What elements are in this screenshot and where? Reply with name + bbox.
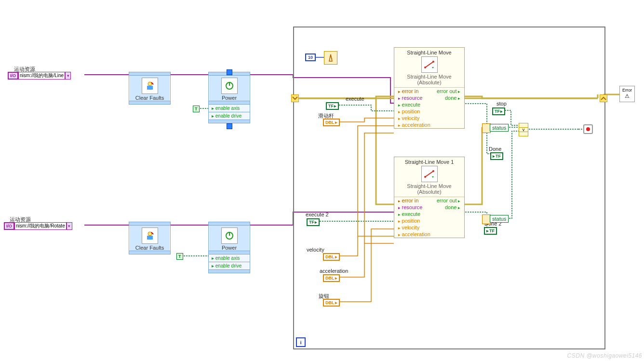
resource1-io-tag: I/O bbox=[8, 72, 18, 80]
power-icon-1 bbox=[221, 78, 238, 94]
power-1-resize-top[interactable] bbox=[227, 69, 232, 75]
resource2-io-tag: I/O bbox=[4, 222, 14, 230]
slm2-mode: Straight-Line Move(Absolute) bbox=[394, 183, 464, 197]
execute2-terminal[interactable]: TF bbox=[307, 218, 320, 226]
watermark-text: CSDN @woshigaowei5146 bbox=[567, 352, 642, 359]
acceleration-terminal[interactable]: DBL bbox=[323, 274, 340, 282]
execute-label: execute bbox=[346, 96, 364, 102]
power-icon-2 bbox=[221, 227, 238, 244]
clear-faults-icon-2 bbox=[142, 227, 158, 244]
resource1-value: nism://我的电脑/Line bbox=[18, 72, 65, 80]
slm2-resource: resource bbox=[398, 204, 422, 210]
svg-line-12 bbox=[425, 171, 433, 177]
status-field-2[interactable]: status bbox=[490, 215, 509, 223]
power-title-1: Power bbox=[209, 95, 250, 101]
slm1-mode: Straight-Line Move(Absolute) bbox=[394, 74, 464, 87]
resource2-value: nism://我的电脑/Rotate bbox=[14, 222, 67, 230]
velocity-label: velocity bbox=[307, 247, 324, 253]
status-field-1[interactable]: status bbox=[490, 124, 509, 132]
slm1-execute: execute bbox=[398, 102, 420, 107]
slm2-title: Straight-Line Move 1 bbox=[394, 159, 464, 165]
slm1-error-out: error out bbox=[437, 88, 460, 94]
slm2-error-in: error in bbox=[398, 198, 418, 203]
resource1-dropdown-icon[interactable]: ▾ bbox=[65, 72, 71, 80]
slm2-done: done bbox=[445, 204, 460, 210]
power-enable-drive-2: enable drive bbox=[209, 262, 250, 269]
power-enable-drive-1: enable drive bbox=[209, 112, 250, 120]
svg-rect-1 bbox=[147, 86, 153, 90]
straight-line-move-1[interactable]: Straight-Line Move Straight-Line Move(Ab… bbox=[394, 47, 465, 129]
power-enable-axis-2: enable axis bbox=[209, 254, 250, 262]
wait-ms-value: 10 bbox=[308, 55, 313, 60]
svg-line-9 bbox=[425, 62, 433, 67]
error-out-indicator[interactable]: Error ⚠ bbox=[619, 86, 635, 102]
compound-or-node[interactable]: v bbox=[519, 123, 528, 136]
slm2-error-out: error out bbox=[437, 198, 460, 203]
resource2-dropdown-icon[interactable]: ▾ bbox=[67, 222, 72, 230]
stop-terminal[interactable]: TF bbox=[492, 107, 505, 115]
wait-ms-timer-icon[interactable] bbox=[324, 51, 337, 65]
svg-point-6 bbox=[148, 232, 152, 236]
power-enable-axis-1: enable axis bbox=[209, 104, 250, 112]
power-vi-1[interactable]: Power enable axis enable drive bbox=[208, 72, 250, 123]
loop-i-label: i bbox=[300, 339, 301, 345]
svg-point-11 bbox=[432, 61, 434, 63]
clear-faults-title-1: Clear Faults bbox=[129, 95, 170, 101]
clear-faults-vi-1[interactable]: Clear Faults bbox=[129, 72, 171, 105]
clear-faults-icon bbox=[142, 78, 158, 94]
done2-terminal[interactable]: TF bbox=[484, 227, 497, 235]
power-1-resize-bot[interactable] bbox=[227, 123, 232, 129]
slm2-velocity: velocity bbox=[398, 225, 419, 230]
velocity-terminal[interactable]: DBL bbox=[323, 253, 340, 261]
clear-faults-title-2: Clear Faults bbox=[129, 245, 170, 251]
knob-terminal[interactable]: DBL bbox=[323, 299, 340, 307]
wait-ms-constant[interactable]: 10 bbox=[305, 53, 316, 61]
svg-point-14 bbox=[432, 170, 434, 172]
true-const-2[interactable]: T bbox=[176, 253, 183, 260]
slm2-position: position bbox=[398, 218, 420, 224]
true-const-1[interactable]: T bbox=[193, 106, 200, 112]
svg-point-2 bbox=[148, 82, 152, 86]
svg-rect-5 bbox=[147, 236, 153, 240]
slm1-icon bbox=[421, 56, 438, 73]
slm2-execute: execute bbox=[398, 211, 420, 217]
clear-faults-vi-2[interactable]: Clear Faults bbox=[129, 222, 171, 254]
done-label: Done bbox=[489, 146, 501, 152]
slm1-title: Straight-Line Move bbox=[394, 50, 464, 55]
execute2-label: execute 2 bbox=[306, 212, 329, 217]
power-vi-2[interactable]: Power enable axis enable drive bbox=[208, 222, 250, 273]
svg-point-13 bbox=[424, 176, 426, 178]
loop-iteration-terminal[interactable]: i bbox=[296, 337, 306, 347]
loop-stop-condition[interactable] bbox=[583, 124, 593, 134]
resource1-terminal[interactable]: I/O nism://我的电脑/Line ▾ bbox=[8, 72, 71, 80]
shift-register-left[interactable] bbox=[291, 94, 299, 102]
slm1-error-in: error in bbox=[398, 88, 418, 94]
slm1-done: done bbox=[445, 95, 460, 101]
stop-label: stop bbox=[496, 101, 507, 107]
acceleration-label: acceleration bbox=[320, 268, 348, 274]
slm1-velocity: velocity bbox=[398, 115, 419, 121]
power-title-2: Power bbox=[209, 245, 250, 251]
resource2-terminal[interactable]: I/O nism://我的电脑/Rotate ▾ bbox=[4, 222, 72, 230]
slider-terminal[interactable]: DBL bbox=[323, 119, 340, 126]
slm1-acceleration: acceleration bbox=[398, 122, 430, 128]
slm2-acceleration: acceleration bbox=[398, 231, 430, 237]
svg-point-10 bbox=[424, 67, 426, 68]
straight-line-move-2[interactable]: Straight-Line Move 1 Straight-Line Move(… bbox=[394, 157, 465, 238]
slm2-icon bbox=[421, 166, 438, 182]
slm1-resource: resource bbox=[398, 95, 422, 101]
error-tag: Error bbox=[620, 87, 634, 93]
done-terminal[interactable]: TF bbox=[490, 152, 503, 160]
slm1-position: position bbox=[398, 108, 420, 114]
shift-register-right[interactable] bbox=[600, 94, 607, 102]
execute-terminal[interactable]: TF bbox=[326, 102, 339, 110]
